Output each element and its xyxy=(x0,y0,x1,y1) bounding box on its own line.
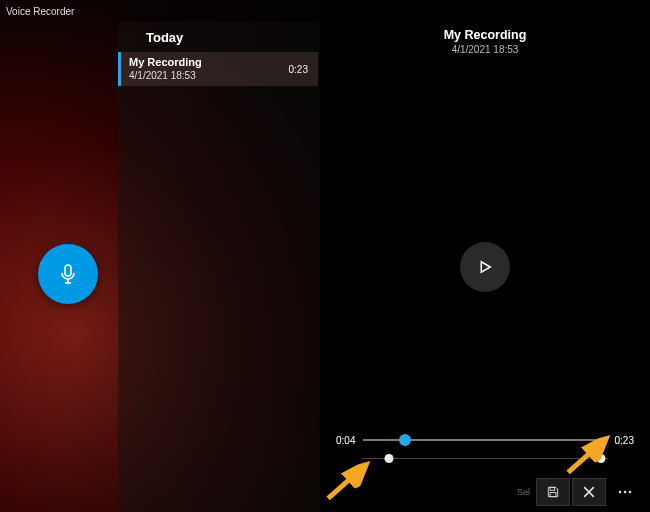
app-root: Voice Recorder Today My Recording 4/1/20… xyxy=(0,0,650,512)
recording-title: My Recording xyxy=(320,28,650,42)
svg-rect-8 xyxy=(550,487,555,490)
save-button[interactable] xyxy=(536,478,570,506)
recording-datetime: 4/1/2021 18:53 xyxy=(320,44,650,55)
select-label: Sel xyxy=(517,487,530,497)
record-button[interactable] xyxy=(38,244,98,304)
recording-header: My Recording 4/1/2021 18:53 xyxy=(320,28,650,55)
play-button[interactable] xyxy=(460,242,510,292)
save-icon xyxy=(546,485,560,499)
svg-rect-4 xyxy=(65,265,71,276)
svg-point-14 xyxy=(629,491,632,494)
title-bar: Voice Recorder xyxy=(0,0,320,22)
playback-panel: My Recording 4/1/2021 18:53 0:04 0:23 xyxy=(320,0,650,512)
svg-rect-9 xyxy=(550,493,556,497)
marker-start[interactable] xyxy=(385,454,394,463)
more-icon xyxy=(617,489,633,495)
play-icon xyxy=(476,258,494,276)
action-bar: Sel xyxy=(517,478,642,506)
recording-list-item[interactable]: My Recording 4/1/2021 18:53 0:23 xyxy=(118,52,318,86)
current-time: 0:04 xyxy=(336,435,355,446)
list-background xyxy=(118,22,320,512)
svg-marker-7 xyxy=(481,262,490,273)
delete-button[interactable] xyxy=(572,478,606,506)
seek-track[interactable] xyxy=(363,434,606,446)
recording-item-title: My Recording xyxy=(129,56,289,69)
list-header-today: Today xyxy=(146,30,183,45)
close-icon xyxy=(583,486,595,498)
svg-point-12 xyxy=(619,491,622,494)
app-title: Voice Recorder xyxy=(6,6,74,17)
recording-item-duration: 0:23 xyxy=(289,64,308,75)
recordings-panel: Voice Recorder Today My Recording 4/1/20… xyxy=(0,0,320,512)
recording-item-datetime: 4/1/2021 18:53 xyxy=(129,70,289,82)
svg-point-13 xyxy=(624,491,627,494)
seek-thumb[interactable] xyxy=(399,434,411,446)
microphone-icon xyxy=(56,262,80,286)
more-button[interactable] xyxy=(608,478,642,506)
